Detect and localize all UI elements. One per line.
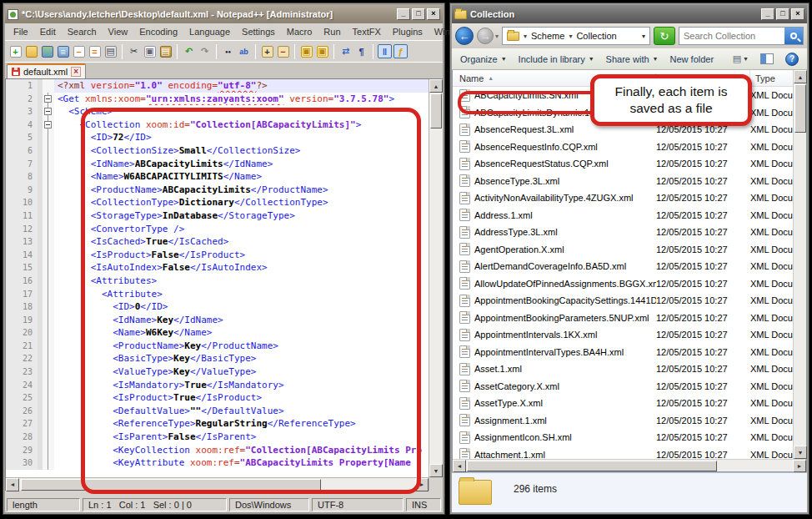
minimize-button[interactable]: _ <box>397 8 410 20</box>
menu-run[interactable]: Run <box>318 25 345 38</box>
refresh-button[interactable]: ↻ <box>654 27 675 45</box>
file-row[interactable]: AppointmentBookingCapacitySettings.1441D… <box>453 292 806 310</box>
fold-collapse-icon[interactable] <box>44 95 52 103</box>
help-icon[interactable]: ? <box>785 53 799 66</box>
include-in-library-button[interactable]: Include in library▼ <box>519 54 594 64</box>
save-icon[interactable] <box>40 44 54 58</box>
close-button[interactable]: × <box>791 8 804 20</box>
fold-margin[interactable] <box>43 249 54 262</box>
maximize-button[interactable]: □ <box>412 8 425 20</box>
change-view-button[interactable]: ▤▼ <box>733 53 749 64</box>
file-row[interactable]: Assignment.1.xml12/05/2015 10:27XML Docu… <box>453 412 806 430</box>
forward-button[interactable]: → <box>477 28 494 44</box>
print-icon[interactable]: ▤ <box>103 44 118 58</box>
fold-margin[interactable] <box>43 144 54 158</box>
menu-edit[interactable]: Edit <box>35 25 61 38</box>
fold-margin[interactable] <box>43 235 54 249</box>
scroll-up-icon[interactable]: ▲ <box>429 79 443 93</box>
scroll-down-icon[interactable]: ▼ <box>429 464 443 477</box>
fold-margin[interactable] <box>43 184 54 197</box>
scroll-up-icon[interactable]: ▲ <box>794 70 807 83</box>
menu-plugins[interactable]: Plugins <box>388 25 428 38</box>
fold-margin[interactable] <box>43 352 54 365</box>
sync-vertical-icon[interactable]: ▣ <box>299 44 313 58</box>
fold-margin[interactable] <box>43 431 54 444</box>
save-all-icon[interactable]: ≡ <box>56 44 70 58</box>
chevron-icon[interactable]: ▾ <box>524 33 527 40</box>
file-row[interactable]: AbsenceRequestInfo.CQP.xml12/05/2015 10:… <box>453 139 806 156</box>
fold-margin[interactable] <box>43 93 54 106</box>
notepad-titlebar[interactable]: *C:\Users\andy.letcher\Desktop\default.x… <box>5 5 443 23</box>
column-header-type[interactable]: Type <box>750 73 793 83</box>
file-row[interactable]: AssetType.X.xml12/05/2015 10:27XML Docum… <box>453 395 806 412</box>
tab-close-icon[interactable]: × <box>71 67 81 77</box>
file-row[interactable]: Asset.1.xml12/05/2015 10:27XML Document <box>453 360 806 378</box>
code-area[interactable]: 1<?xml version="1.0" encoding="utf-8"?>2… <box>6 79 429 477</box>
zoom-in-icon[interactable]: + <box>260 44 274 58</box>
minimize-button[interactable]: _ <box>761 8 774 20</box>
fold-collapse-icon[interactable] <box>44 121 52 128</box>
fold-margin[interactable] <box>43 209 54 223</box>
copy-icon[interactable]: ▣ <box>143 44 157 58</box>
fold-margin[interactable] <box>43 391 54 405</box>
address-dropdown-icon[interactable]: ▾ <box>642 33 645 40</box>
fold-margin[interactable] <box>43 118 54 132</box>
fold-margin[interactable] <box>43 223 54 236</box>
nav-history-chevron-icon[interactable]: ▾ <box>495 33 499 40</box>
close-button[interactable]: × <box>427 8 440 20</box>
find-icon[interactable]: ●● <box>221 44 235 58</box>
replace-icon[interactable]: ab <box>237 44 251 58</box>
close-all-icon[interactable]: = <box>88 44 102 58</box>
fold-margin[interactable] <box>43 417 54 431</box>
fold-margin[interactable] <box>43 444 54 457</box>
file-row[interactable]: Address.1.xml12/05/2015 10:27XML Documen… <box>453 207 806 224</box>
search-button[interactable] <box>784 28 803 44</box>
fold-collapse-icon[interactable] <box>44 108 52 115</box>
fold-margin[interactable] <box>43 314 54 327</box>
word-wrap-icon[interactable]: ⇄ <box>338 44 353 58</box>
show-symbols-icon[interactable]: ¶ <box>354 44 368 58</box>
fold-margin[interactable] <box>43 405 54 418</box>
function-list-icon[interactable]: ƒ <box>393 44 408 58</box>
explorer-titlebar[interactable]: Collection _ □ × <box>452 5 807 23</box>
share-with-button[interactable]: Share with▼ <box>606 54 659 64</box>
breadcrumb-collection[interactable]: Collection <box>576 31 616 41</box>
editor-horizontal-scrollbar[interactable]: ◄ ► <box>6 477 429 491</box>
fold-margin[interactable] <box>43 261 54 275</box>
tab-default-xml[interactable]: default.xml × <box>7 63 86 78</box>
preview-pane-button[interactable] <box>760 53 774 64</box>
zoom-out-icon[interactable]: − <box>276 44 290 58</box>
fold-margin[interactable] <box>43 379 54 392</box>
fold-margin[interactable] <box>43 131 54 144</box>
fold-margin[interactable] <box>43 326 54 340</box>
redo-icon[interactable]: ↷ <box>198 44 212 58</box>
menu-macro[interactable]: Macro <box>282 25 318 38</box>
indent-guide-icon[interactable]: ‖ <box>378 44 392 58</box>
undo-icon[interactable]: ↶ <box>182 44 196 58</box>
file-row[interactable]: AssignmentIcon.SH.xml12/05/2015 10:27XML… <box>453 429 806 446</box>
file-row[interactable]: AlertDemandCoverageInfo.BA5D.xml12/05/20… <box>453 258 806 275</box>
fold-margin[interactable] <box>43 275 54 288</box>
file-row[interactable]: AppointmentBookingParameters.5NUP.xml12/… <box>453 310 806 327</box>
scroll-right-icon[interactable]: ► <box>793 460 806 472</box>
close-icon[interactable]: – <box>72 44 86 58</box>
fold-margin[interactable] <box>43 170 54 184</box>
file-row[interactable]: AbsenceType.3L.xml12/05/2015 10:27XML Do… <box>453 173 806 190</box>
file-row[interactable]: ActivityNonAvailabilityType.4ZUGX.xml12/… <box>453 189 806 207</box>
file-row[interactable]: AssetCategory.X.xml12/05/2015 10:27XML D… <box>453 378 806 396</box>
scroll-left-icon[interactable]: ◄ <box>453 460 466 472</box>
menu-view[interactable]: View <box>103 25 133 38</box>
editor-vertical-scrollbar[interactable]: ▲ ▼ <box>429 79 443 491</box>
scroll-right-icon[interactable]: ► <box>415 478 429 491</box>
organize-button[interactable]: Organize▼ <box>460 54 507 64</box>
fold-margin[interactable] <box>43 105 54 118</box>
menu-encoding[interactable]: Encoding <box>134 25 183 38</box>
menu-language[interactable]: Language <box>184 25 235 38</box>
menu-settings[interactable]: Settings <box>237 25 280 38</box>
fold-margin[interactable] <box>43 456 54 470</box>
fold-margin[interactable] <box>43 288 54 301</box>
fold-margin[interactable] <box>43 79 54 93</box>
scroll-left-icon[interactable]: ◄ <box>6 478 19 491</box>
fold-margin[interactable] <box>43 365 54 379</box>
new-file-icon[interactable]: + <box>8 44 23 58</box>
